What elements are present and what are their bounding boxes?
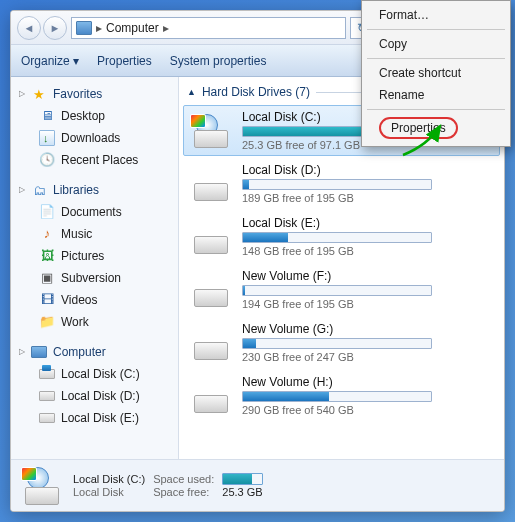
footer-free-value: 25.3 GB [222, 486, 262, 498]
details-pane: Local Disk (C:) Space used: Local Disk S… [11, 459, 504, 511]
chevron-right-icon: ▸ [163, 21, 169, 35]
sidebar: ▷★ Favorites 🖥Desktop Downloads 🕓Recent … [11, 77, 179, 459]
usage-bar [242, 285, 432, 296]
drive-row[interactable]: New Volume (F:)194 GB free of 195 GB [183, 264, 500, 315]
desktop-icon: 🖥 [39, 108, 55, 124]
free-space-text: 230 GB free of 247 GB [242, 351, 493, 363]
sidebar-item-videos[interactable]: 🎞Videos [11, 289, 178, 311]
drive-name: New Volume (G:) [242, 322, 493, 336]
context-menu: Format… Copy Create shortcut Rename Prop… [361, 0, 511, 147]
menu-item-rename[interactable]: Rename [365, 84, 507, 106]
music-icon: ♪ [39, 226, 55, 242]
usage-bar [242, 338, 432, 349]
drive-icon [190, 379, 232, 413]
sidebar-item-drive-d[interactable]: Local Disk (D:) [11, 385, 178, 407]
sidebar-item-downloads[interactable]: Downloads [11, 127, 178, 149]
drive-row[interactable]: Local Disk (D:)189 GB free of 195 GB [183, 158, 500, 209]
collapse-icon: ▲ [187, 87, 196, 97]
footer-usage-bar [222, 473, 262, 485]
footer-drive-type: Local Disk [73, 486, 145, 498]
sidebar-item-music[interactable]: ♪Music [11, 223, 178, 245]
menu-item-format[interactable]: Format… [365, 4, 507, 26]
pictures-icon: 🖼 [39, 248, 55, 264]
drive-name: New Volume (H:) [242, 375, 493, 389]
computer-icon [31, 346, 47, 358]
folder-icon: ▣ [39, 270, 55, 286]
menu-item-properties[interactable]: Properties [365, 113, 507, 143]
drive-icon [39, 391, 55, 401]
back-button[interactable]: ◄ [17, 16, 41, 40]
libraries-icon: 🗂 [31, 182, 47, 198]
menu-item-create-shortcut[interactable]: Create shortcut [365, 62, 507, 84]
drive-icon [190, 114, 232, 148]
drive-row[interactable]: New Volume (G:)230 GB free of 247 GB [183, 317, 500, 368]
computer-header[interactable]: ▷ Computer [11, 341, 178, 363]
folder-icon: 📁 [39, 314, 55, 330]
sidebar-item-pictures[interactable]: 🖼Pictures [11, 245, 178, 267]
drive-icon [190, 326, 232, 360]
drive-row[interactable]: New Volume (H:)290 GB free of 540 GB [183, 370, 500, 421]
drive-icon [39, 413, 55, 423]
menu-item-copy[interactable]: Copy [365, 33, 507, 55]
properties-button[interactable]: Properties [97, 54, 152, 68]
favorites-header[interactable]: ▷★ Favorites [11, 83, 178, 105]
free-space-text: 148 GB free of 195 GB [242, 245, 493, 257]
forward-button[interactable]: ► [43, 16, 67, 40]
address-bar[interactable]: ▸ Computer ▸ [71, 17, 346, 39]
drive-icon [190, 167, 232, 201]
organize-menu[interactable]: Organize ▾ [21, 54, 79, 68]
drive-icon [190, 273, 232, 307]
usage-bar [242, 232, 432, 243]
footer-used-label: Space used: [153, 473, 214, 485]
free-space-text: 189 GB free of 195 GB [242, 192, 493, 204]
sidebar-item-drive-e[interactable]: Local Disk (E:) [11, 407, 178, 429]
drive-name: Local Disk (E:) [242, 216, 493, 230]
sidebar-item-drive-c[interactable]: Local Disk (C:) [11, 363, 178, 385]
documents-icon: 📄 [39, 204, 55, 220]
drive-icon-large [21, 467, 63, 505]
sidebar-item-work[interactable]: 📁Work [11, 311, 178, 333]
sidebar-item-desktop[interactable]: 🖥Desktop [11, 105, 178, 127]
sidebar-item-subversion[interactable]: ▣Subversion [11, 267, 178, 289]
drive-icon [190, 220, 232, 254]
recent-icon: 🕓 [39, 152, 55, 168]
usage-bar [242, 391, 432, 402]
libraries-header[interactable]: ▷🗂 Libraries [11, 179, 178, 201]
system-properties-button[interactable]: System properties [170, 54, 267, 68]
drive-name: New Volume (F:) [242, 269, 493, 283]
downloads-icon [39, 130, 55, 146]
chevron-right-icon: ▸ [96, 21, 102, 35]
drive-row[interactable]: Local Disk (E:)148 GB free of 195 GB [183, 211, 500, 262]
free-space-text: 290 GB free of 540 GB [242, 404, 493, 416]
sidebar-item-recent[interactable]: 🕓Recent Places [11, 149, 178, 171]
sidebar-item-documents[interactable]: 📄Documents [11, 201, 178, 223]
usage-bar [242, 179, 432, 190]
drive-name: Local Disk (D:) [242, 163, 493, 177]
breadcrumb-computer[interactable]: Computer [106, 21, 159, 35]
footer-drive-name: Local Disk (C:) [73, 473, 145, 485]
star-icon: ★ [31, 86, 47, 102]
footer-free-label: Space free: [153, 486, 214, 498]
drive-icon [39, 369, 55, 379]
videos-icon: 🎞 [39, 292, 55, 308]
free-space-text: 194 GB free of 195 GB [242, 298, 493, 310]
computer-icon [76, 21, 92, 35]
